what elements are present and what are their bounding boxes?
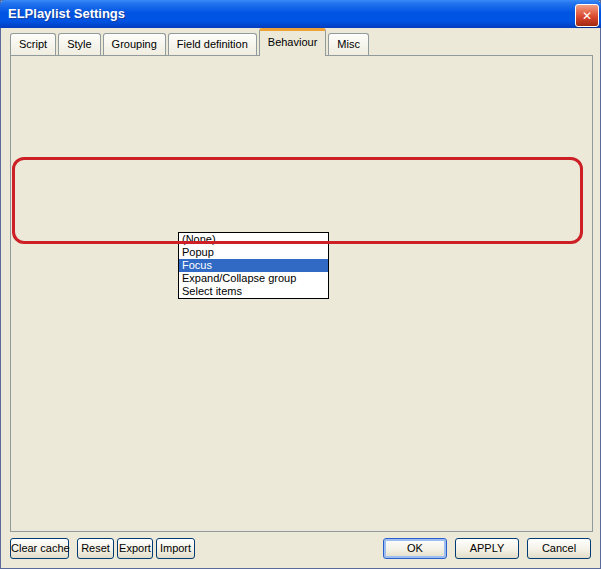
- elplaylist-settings-dialog: ELPlaylist Settings ✕ Script Style Group…: [0, 0, 601, 569]
- tab-label: Misc: [337, 38, 360, 50]
- import-button[interactable]: Import: [156, 538, 195, 559]
- tab-label: Script: [19, 38, 47, 50]
- tab-grouping[interactable]: Grouping: [103, 33, 166, 55]
- dropdown-option-focus[interactable]: Focus: [179, 259, 328, 272]
- dropdown-option-select-items[interactable]: Select items: [179, 285, 328, 298]
- cancel-button[interactable]: Cancel: [527, 538, 591, 559]
- title-bar: ELPlaylist Settings ✕: [0, 0, 601, 28]
- window-title: ELPlaylist Settings: [8, 6, 125, 21]
- group-hover-dropdown-list: (None) Popup Focus Expand/Collapse group…: [178, 232, 329, 299]
- close-icon: ✕: [582, 9, 592, 23]
- tab-style[interactable]: Style: [58, 33, 100, 55]
- tab-label: Field definition: [177, 38, 248, 50]
- tab-strip: Script Style Grouping Field definition B…: [10, 31, 369, 56]
- tab-misc[interactable]: Misc: [328, 33, 369, 55]
- dropdown-option-none[interactable]: (None): [179, 233, 328, 246]
- tab-field-definition[interactable]: Field definition: [168, 33, 257, 55]
- apply-button[interactable]: APPLY: [455, 538, 519, 559]
- export-button[interactable]: Export: [117, 538, 153, 559]
- reset-button[interactable]: Reset: [77, 538, 114, 559]
- tab-behaviour[interactable]: Behaviour: [259, 28, 327, 56]
- tab-label: Style: [67, 38, 91, 50]
- tab-label: Grouping: [112, 38, 157, 50]
- ok-button[interactable]: OK: [383, 538, 447, 559]
- tab-label: Behaviour: [268, 36, 318, 48]
- tab-script[interactable]: Script: [10, 33, 56, 55]
- close-button[interactable]: ✕: [575, 4, 599, 27]
- dropdown-option-expand-collapse[interactable]: Expand/Collapse group: [179, 272, 328, 285]
- dropdown-option-popup[interactable]: Popup: [179, 246, 328, 259]
- clear-cache-button[interactable]: Clear cache: [10, 538, 69, 559]
